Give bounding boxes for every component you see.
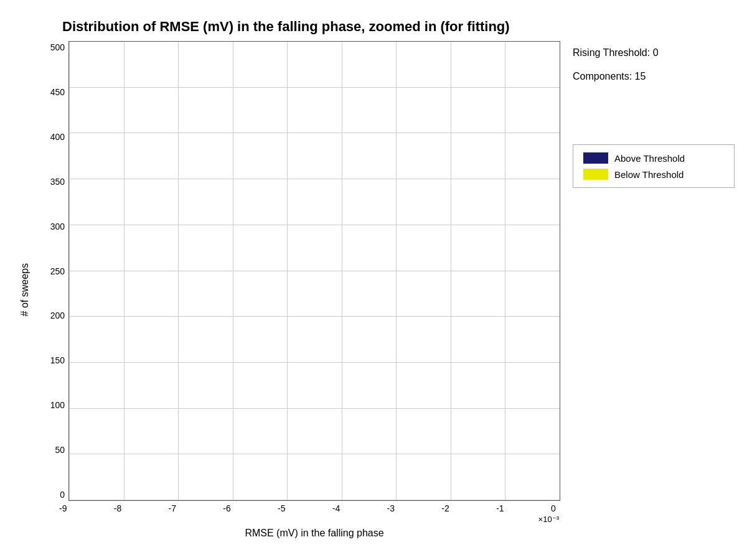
chart-container: Distribution of RMSE (mV) in the falling… <box>0 0 747 560</box>
y-tick-label: 300 <box>50 222 65 231</box>
plot-with-yaxis: 050100150200250300350400450500 <box>37 41 560 501</box>
legend-swatch <box>583 152 608 164</box>
grid-line-v <box>287 42 288 500</box>
grid-line-h <box>69 316 560 317</box>
y-tick-label: 250 <box>50 266 65 276</box>
grid-line-v <box>560 42 560 500</box>
grid-line-h <box>69 408 560 409</box>
legend-label: Above Threshold <box>614 153 685 164</box>
grid-line-v <box>505 42 505 500</box>
rising-threshold-label: Rising Threshold: 0 <box>573 47 735 58</box>
y-tick-label: 400 <box>50 132 65 142</box>
y-tick-label: 50 <box>55 445 65 455</box>
grid-line-h <box>69 133 560 133</box>
grid-line-v <box>342 42 342 500</box>
legend-label: Below Threshold <box>614 169 684 180</box>
x-axis-label: RMSE (mV) in the falling phase <box>68 528 560 539</box>
legend-item: Below Threshold <box>583 169 724 180</box>
y-tick-label: 100 <box>50 400 65 410</box>
grid-line-v <box>233 42 233 500</box>
grid-line-v <box>396 42 397 500</box>
grid-line-v <box>178 42 179 500</box>
y-tick-label: 450 <box>50 87 65 97</box>
y-tick-label: 350 <box>50 177 65 187</box>
y-tick-label: 200 <box>50 310 65 320</box>
x-ticks: -9-8-7-6-5-4-3-2-10 <box>68 501 560 513</box>
components-label: Components: 15 <box>573 71 735 82</box>
grid-line-v <box>69 42 70 500</box>
grid-line-h <box>69 179 560 179</box>
legend-item: Above Threshold <box>583 152 724 164</box>
legend-swatch <box>583 169 608 180</box>
grid-line-h <box>69 362 560 363</box>
y-axis-label: # of sweeps <box>19 263 31 316</box>
grid-line-h <box>69 225 560 225</box>
chart-title: Distribution of RMSE (mV) in the falling… <box>62 19 735 35</box>
x-multiplier: ×10⁻³ <box>68 515 559 524</box>
grid-line-h <box>69 454 560 454</box>
grid-line-h <box>69 271 560 271</box>
grid-line-h <box>69 500 560 500</box>
y-ticks: 050100150200250300350400450500 <box>37 41 68 501</box>
grid-line-h <box>69 41 560 42</box>
y-tick-label: 500 <box>50 42 65 52</box>
y-tick-label: 150 <box>50 355 65 365</box>
grid-line-v <box>451 42 451 500</box>
y-axis-label-container: # of sweeps <box>12 41 37 539</box>
grid-line-v <box>124 42 125 500</box>
chart-body: # of sweeps 0501001502002503003504004505… <box>12 41 735 539</box>
plot-box <box>68 41 560 501</box>
y-tick-label: 0 <box>60 490 65 500</box>
sidebar: Rising Threshold: 0 Components: 15 Above… <box>560 41 735 539</box>
plot-area-container: 050100150200250300350400450500 -9-8-7-6-… <box>37 41 560 539</box>
legend-box: Above ThresholdBelow Threshold <box>573 144 735 188</box>
grid-line-h <box>69 87 560 88</box>
